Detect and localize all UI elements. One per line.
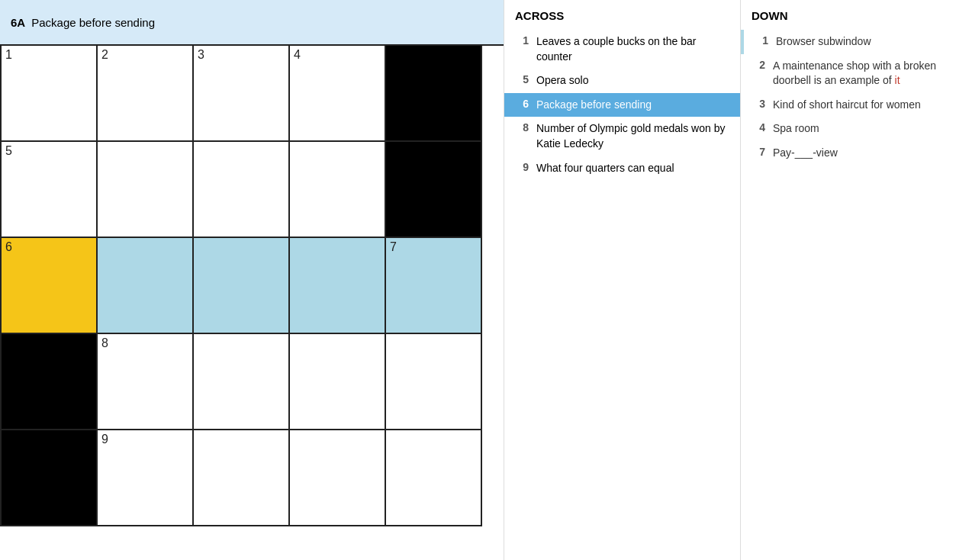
across-panel: ACROSS 1Leaves a couple bucks on the bar… bbox=[504, 0, 740, 560]
clue-text: What four quarters can equal bbox=[536, 161, 674, 176]
cell-r2-c0[interactable]: 6 bbox=[2, 238, 98, 334]
cell-r0-c2[interactable]: 3 bbox=[194, 46, 290, 142]
clue-number: 8 bbox=[515, 121, 529, 134]
cell-r3-c4[interactable] bbox=[386, 334, 482, 430]
clue-text: Leaves a couple bucks on the bar counter bbox=[536, 34, 729, 64]
cell-r2-c3[interactable] bbox=[290, 238, 386, 334]
clue-number: 4 bbox=[752, 121, 765, 134]
across-title: ACROSS bbox=[504, 9, 740, 30]
down-panel: DOWN 1Browser subwindow2A maintenance sh… bbox=[740, 0, 972, 560]
clue-number: 9 bbox=[515, 161, 529, 173]
cell-number-label: 3 bbox=[198, 49, 204, 61]
down-clue-2[interactable]: 2A maintenance shop with a broken doorbe… bbox=[741, 54, 972, 93]
across-clue-6[interactable]: 6Package before sending bbox=[504, 93, 740, 117]
down-clue-3[interactable]: 3Kind of short haircut for women bbox=[741, 93, 972, 117]
active-clue-text: Package before sending bbox=[31, 16, 155, 29]
clue-number: 7 bbox=[752, 146, 765, 158]
cell-r1-c4[interactable] bbox=[386, 142, 482, 238]
cell-r2-c1[interactable] bbox=[98, 238, 194, 334]
cell-r1-c0[interactable]: 5 bbox=[2, 142, 98, 238]
active-clue-number: 6A bbox=[11, 16, 25, 29]
across-clue-8[interactable]: 8Number of Olympic gold medals won by Ka… bbox=[504, 117, 740, 156]
cell-r0-c0[interactable]: 1 bbox=[2, 46, 98, 142]
active-clue-header: 6A Package before sending bbox=[0, 0, 504, 44]
grid-container: 123456789 bbox=[0, 44, 504, 560]
cell-r1-c3[interactable] bbox=[290, 142, 386, 238]
clue-number: 6 bbox=[515, 98, 529, 110]
cell-r3-c1[interactable]: 8 bbox=[98, 334, 194, 430]
clue-number: 1 bbox=[515, 34, 529, 47]
cell-r3-c0[interactable] bbox=[2, 334, 98, 430]
down-title: DOWN bbox=[741, 9, 972, 30]
clue-text: Browser subwindow bbox=[776, 34, 871, 50]
across-clues-list: 1Leaves a couple bucks on the bar counte… bbox=[504, 30, 740, 180]
clue-number: 3 bbox=[752, 98, 765, 110]
cell-r0-c1[interactable]: 2 bbox=[98, 46, 194, 142]
cell-number-label: 4 bbox=[294, 49, 301, 61]
clue-text: A maintenance shop with a broken doorbel… bbox=[773, 59, 961, 89]
clue-text: Number of Olympic gold medals won by Kat… bbox=[536, 121, 729, 151]
clue-number: 5 bbox=[515, 73, 529, 85]
cell-r1-c1[interactable] bbox=[98, 142, 194, 238]
clue-text: Kind of short haircut for women bbox=[773, 98, 921, 113]
cell-number-label: 2 bbox=[101, 49, 108, 61]
cell-r0-c3[interactable]: 4 bbox=[290, 46, 386, 142]
cell-r3-c3[interactable] bbox=[290, 334, 386, 430]
cell-number-label: 8 bbox=[101, 337, 108, 349]
down-clues-list: 1Browser subwindow2A maintenance shop wi… bbox=[741, 30, 972, 166]
left-panel: 6A Package before sending 123456789 bbox=[0, 0, 504, 560]
cell-r4-c3[interactable] bbox=[290, 430, 386, 526]
cell-r2-c2[interactable] bbox=[194, 238, 290, 334]
cell-r4-c0[interactable] bbox=[2, 430, 98, 526]
across-clue-5[interactable]: 5Opera solo bbox=[504, 69, 740, 93]
cell-number-label: 1 bbox=[5, 49, 12, 61]
cell-number-label: 7 bbox=[390, 241, 397, 253]
cell-number-label: 9 bbox=[101, 433, 108, 446]
highlighted-word: it bbox=[895, 74, 900, 86]
cell-r4-c2[interactable] bbox=[194, 430, 290, 526]
cell-number-label: 6 bbox=[5, 241, 12, 253]
cell-r0-c4[interactable] bbox=[386, 46, 482, 142]
down-clue-1[interactable]: 1Browser subwindow bbox=[741, 30, 972, 54]
across-clue-9[interactable]: 9What four quarters can equal bbox=[504, 156, 740, 181]
cell-r1-c2[interactable] bbox=[194, 142, 290, 238]
cell-number-label: 5 bbox=[5, 145, 12, 157]
across-clue-1[interactable]: 1Leaves a couple bucks on the bar counte… bbox=[504, 30, 740, 69]
down-clue-7[interactable]: 7Pay-___-view bbox=[741, 141, 972, 166]
cell-r4-c4[interactable] bbox=[386, 430, 482, 526]
cell-r2-c4[interactable]: 7 bbox=[386, 238, 482, 334]
clue-number: 2 bbox=[752, 59, 765, 71]
across-clues-section[interactable]: ACROSS 1Leaves a couple bucks on the bar… bbox=[504, 0, 740, 560]
down-clue-4[interactable]: 4Spa room bbox=[741, 117, 972, 141]
clue-text: Package before sending bbox=[536, 98, 652, 113]
clue-text: Opera solo bbox=[536, 73, 588, 89]
crossword-grid: 123456789 bbox=[0, 44, 504, 526]
cell-r3-c2[interactable] bbox=[194, 334, 290, 430]
clue-number: 1 bbox=[755, 34, 768, 47]
cell-r4-c1[interactable]: 9 bbox=[98, 430, 194, 526]
clue-text: Pay-___-view bbox=[773, 146, 838, 161]
clue-text: Spa room bbox=[773, 121, 819, 137]
